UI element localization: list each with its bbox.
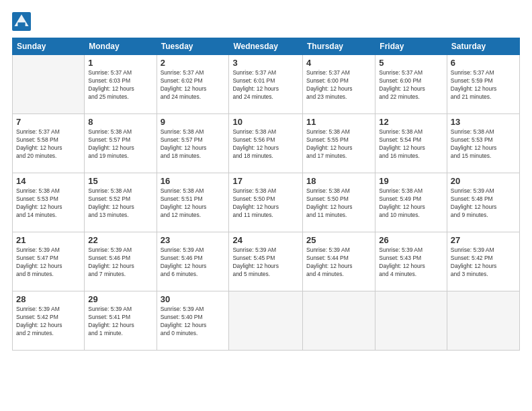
calendar-cell: 29Sunrise: 5:39 AM Sunset: 5:41 PM Dayli…: [85, 291, 157, 351]
day-number: 22: [88, 235, 152, 245]
day-number: 8: [88, 117, 152, 127]
day-info: Sunrise: 5:38 AM Sunset: 5:57 PM Dayligh…: [161, 128, 226, 161]
day-number: 21: [16, 235, 81, 245]
calendar-cell: 21Sunrise: 5:39 AM Sunset: 5:47 PM Dayli…: [13, 232, 85, 291]
day-info: Sunrise: 5:38 AM Sunset: 5:52 PM Dayligh…: [88, 187, 152, 220]
calendar-cell: 24Sunrise: 5:39 AM Sunset: 5:45 PM Dayli…: [229, 232, 303, 291]
day-number: 17: [232, 176, 299, 186]
calendar-cell: 5Sunrise: 5:37 AM Sunset: 6:00 PM Daylig…: [375, 55, 447, 114]
calendar-cell: 11Sunrise: 5:38 AM Sunset: 5:55 PM Dayli…: [303, 114, 375, 173]
day-number: 14: [16, 176, 81, 186]
day-number: 3: [232, 58, 299, 68]
day-info: Sunrise: 5:37 AM Sunset: 5:58 PM Dayligh…: [16, 128, 81, 161]
day-number: 13: [451, 117, 516, 127]
day-number: 27: [451, 235, 516, 245]
day-info: Sunrise: 5:38 AM Sunset: 5:49 PM Dayligh…: [379, 187, 443, 220]
calendar-cell: 18Sunrise: 5:38 AM Sunset: 5:50 PM Dayli…: [303, 173, 375, 232]
day-info: Sunrise: 5:39 AM Sunset: 5:46 PM Dayligh…: [161, 246, 226, 279]
day-number: 30: [161, 294, 226, 304]
day-info: Sunrise: 5:38 AM Sunset: 5:50 PM Dayligh…: [306, 187, 371, 220]
calendar-cell: [375, 291, 447, 351]
calendar-cell: 4Sunrise: 5:37 AM Sunset: 6:00 PM Daylig…: [303, 55, 375, 114]
calendar-cell: 2Sunrise: 5:37 AM Sunset: 6:02 PM Daylig…: [157, 55, 229, 114]
day-number: 26: [379, 235, 443, 245]
calendar-cell: 1Sunrise: 5:37 AM Sunset: 6:03 PM Daylig…: [85, 55, 157, 114]
week-row-2: 7Sunrise: 5:37 AM Sunset: 5:58 PM Daylig…: [13, 114, 520, 173]
day-info: Sunrise: 5:37 AM Sunset: 6:00 PM Dayligh…: [379, 69, 443, 101]
weekday-header-monday: Monday: [85, 38, 157, 55]
calendar-page: SundayMondayTuesdayWednesdayThursdayFrid…: [0, 0, 532, 411]
calendar-cell: 27Sunrise: 5:39 AM Sunset: 5:42 PM Dayli…: [447, 232, 519, 291]
calendar-cell: 9Sunrise: 5:38 AM Sunset: 5:57 PM Daylig…: [157, 114, 229, 173]
day-number: 12: [379, 117, 443, 127]
day-info: Sunrise: 5:39 AM Sunset: 5:46 PM Dayligh…: [88, 246, 152, 279]
day-info: Sunrise: 5:38 AM Sunset: 5:55 PM Dayligh…: [306, 128, 371, 161]
calendar-cell: 20Sunrise: 5:39 AM Sunset: 5:48 PM Dayli…: [447, 173, 519, 232]
day-info: Sunrise: 5:38 AM Sunset: 5:53 PM Dayligh…: [451, 128, 516, 161]
weekday-header-thursday: Thursday: [303, 38, 375, 55]
calendar-cell: 7Sunrise: 5:37 AM Sunset: 5:58 PM Daylig…: [13, 114, 85, 173]
week-row-5: 28Sunrise: 5:39 AM Sunset: 5:42 PM Dayli…: [13, 291, 520, 351]
calendar-cell: 16Sunrise: 5:38 AM Sunset: 5:51 PM Dayli…: [157, 173, 229, 232]
svg-rect-2: [17, 22, 25, 26]
calendar-cell: 8Sunrise: 5:38 AM Sunset: 5:57 PM Daylig…: [85, 114, 157, 173]
day-info: Sunrise: 5:37 AM Sunset: 6:03 PM Dayligh…: [88, 69, 152, 101]
day-number: 2: [161, 58, 226, 68]
calendar-cell: 30Sunrise: 5:39 AM Sunset: 5:40 PM Dayli…: [157, 291, 229, 351]
day-number: 5: [379, 58, 443, 68]
calendar-cell: [229, 291, 303, 351]
day-info: Sunrise: 5:38 AM Sunset: 5:56 PM Dayligh…: [232, 128, 299, 161]
logo: [12, 12, 34, 31]
day-info: Sunrise: 5:37 AM Sunset: 6:01 PM Dayligh…: [232, 69, 299, 101]
calendar-cell: 25Sunrise: 5:39 AM Sunset: 5:44 PM Dayli…: [303, 232, 375, 291]
day-number: 1: [88, 58, 152, 68]
day-info: Sunrise: 5:39 AM Sunset: 5:41 PM Dayligh…: [88, 306, 152, 338]
day-info: Sunrise: 5:39 AM Sunset: 5:43 PM Dayligh…: [379, 246, 443, 279]
day-info: Sunrise: 5:39 AM Sunset: 5:44 PM Dayligh…: [306, 246, 371, 279]
calendar-cell: 12Sunrise: 5:38 AM Sunset: 5:54 PM Dayli…: [375, 114, 447, 173]
calendar-cell: 28Sunrise: 5:39 AM Sunset: 5:42 PM Dayli…: [13, 291, 85, 351]
calendar-cell: 23Sunrise: 5:39 AM Sunset: 5:46 PM Dayli…: [157, 232, 229, 291]
day-number: 6: [451, 58, 516, 68]
calendar-cell: 15Sunrise: 5:38 AM Sunset: 5:52 PM Dayli…: [85, 173, 157, 232]
day-info: Sunrise: 5:37 AM Sunset: 6:00 PM Dayligh…: [306, 69, 371, 101]
day-info: Sunrise: 5:39 AM Sunset: 5:40 PM Dayligh…: [161, 306, 226, 338]
day-number: 16: [161, 176, 226, 186]
day-number: 19: [379, 176, 443, 186]
weekday-header-saturday: Saturday: [447, 38, 519, 55]
day-number: 9: [161, 117, 226, 127]
week-row-1: 1Sunrise: 5:37 AM Sunset: 6:03 PM Daylig…: [13, 55, 520, 114]
day-info: Sunrise: 5:39 AM Sunset: 5:42 PM Dayligh…: [16, 306, 81, 338]
day-number: 7: [16, 117, 81, 127]
calendar-cell: [13, 55, 85, 114]
day-number: 11: [306, 117, 371, 127]
day-number: 28: [16, 294, 81, 304]
calendar-cell: 26Sunrise: 5:39 AM Sunset: 5:43 PM Dayli…: [375, 232, 447, 291]
calendar-cell: 19Sunrise: 5:38 AM Sunset: 5:49 PM Dayli…: [375, 173, 447, 232]
day-number: 24: [232, 235, 299, 245]
day-info: Sunrise: 5:38 AM Sunset: 5:54 PM Dayligh…: [379, 128, 443, 161]
calendar-cell: 13Sunrise: 5:38 AM Sunset: 5:53 PM Dayli…: [447, 114, 519, 173]
day-info: Sunrise: 5:38 AM Sunset: 5:51 PM Dayligh…: [161, 187, 226, 220]
day-info: Sunrise: 5:37 AM Sunset: 5:59 PM Dayligh…: [451, 69, 516, 101]
day-info: Sunrise: 5:39 AM Sunset: 5:45 PM Dayligh…: [232, 246, 299, 279]
day-number: 29: [88, 294, 152, 304]
week-row-3: 14Sunrise: 5:38 AM Sunset: 5:53 PM Dayli…: [13, 173, 520, 232]
calendar-cell: 17Sunrise: 5:38 AM Sunset: 5:50 PM Dayli…: [229, 173, 303, 232]
weekday-header-friday: Friday: [375, 38, 447, 55]
calendar-cell: 14Sunrise: 5:38 AM Sunset: 5:53 PM Dayli…: [13, 173, 85, 232]
day-number: 4: [306, 58, 371, 68]
weekday-header-tuesday: Tuesday: [157, 38, 229, 55]
calendar-cell: 6Sunrise: 5:37 AM Sunset: 5:59 PM Daylig…: [447, 55, 519, 114]
day-info: Sunrise: 5:39 AM Sunset: 5:47 PM Dayligh…: [16, 246, 81, 279]
weekday-header-row: SundayMondayTuesdayWednesdayThursdayFrid…: [13, 38, 520, 55]
calendar-cell: [447, 291, 519, 351]
day-info: Sunrise: 5:38 AM Sunset: 5:53 PM Dayligh…: [16, 187, 81, 220]
calendar-cell: 10Sunrise: 5:38 AM Sunset: 5:56 PM Dayli…: [229, 114, 303, 173]
weekday-header-wednesday: Wednesday: [229, 38, 303, 55]
day-info: Sunrise: 5:38 AM Sunset: 5:50 PM Dayligh…: [232, 187, 299, 220]
day-info: Sunrise: 5:39 AM Sunset: 5:42 PM Dayligh…: [451, 246, 516, 279]
calendar-cell: 3Sunrise: 5:37 AM Sunset: 6:01 PM Daylig…: [229, 55, 303, 114]
day-info: Sunrise: 5:38 AM Sunset: 5:57 PM Dayligh…: [88, 128, 152, 161]
day-number: 20: [451, 176, 516, 186]
